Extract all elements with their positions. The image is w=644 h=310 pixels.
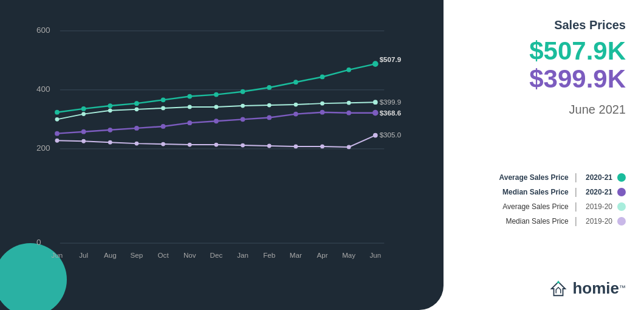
svg-marker-5 [557,280,560,283]
dot-avg2019-2 [81,112,86,116]
legend-dot-avg2021 [617,173,626,182]
legend-sep-3: | [575,201,577,212]
dot-avg2021-3 [108,103,112,108]
dot-med2019-1 [55,139,60,143]
legend-label-avg2019: Average Sales Price [502,202,569,211]
x-label-jul: Jul [79,251,88,259]
price-main-1: $507.9K [529,37,626,65]
sales-prices-title: Sales Prices [554,18,626,32]
dot-med2021-4 [134,126,139,131]
homie-house-icon [549,280,567,298]
dot-avg2021-5 [161,97,166,102]
x-label-may: May [342,251,355,259]
dot-med2021-9 [267,115,272,120]
legend-dot-avg2019 [617,202,626,211]
x-label-nov: Nov [183,251,196,259]
legend-dot-med2019 [617,217,626,226]
dot-avg2021-10 [293,80,298,84]
x-label-mar: Mar [290,251,302,259]
dot-med2019-7 [214,143,219,147]
legend-dot-med2021 [617,188,626,196]
chart-section: 600 400 200 0 Jun Jul Aug Sep Oct Nov De… [0,0,444,310]
legend-sep-1: | [575,172,577,183]
dot-med2019-10 [293,145,298,149]
y-label-200: 200 [36,143,50,153]
dot-avg2021-6 [187,94,192,99]
y-label-600: 600 [36,26,50,35]
legend-label-med2021: Median Sales Price [502,188,569,196]
right-panel: Sales Prices $507.9K $399.9K June 2021 A… [444,0,644,310]
end-label-avg2019: $399.9 [380,98,402,106]
legend-item-med2021: Median Sales Price | 2020-21 [462,187,626,198]
legend-year-avg2019: 2019-20 [586,202,612,211]
x-label-aug: Aug [104,251,117,259]
dot-med2021-12 [346,111,351,115]
dot-med2019-3 [108,140,112,145]
dot-avg2019-11 [320,102,324,106]
legend-item-avg2019: Average Sales Price | 2019-20 [462,201,626,212]
dot-med2019-2 [81,139,86,143]
legend-sep-4: | [575,216,577,227]
dot-med2019-6 [188,143,192,147]
dot-avg2021-2 [81,106,86,111]
y-label-0: 0 [36,238,41,247]
dot-med2019-9 [267,144,272,148]
dot-avg2021-11 [320,75,325,80]
dot-med2021-13 [372,110,379,116]
legend-year-avg2021: 2020-21 [586,173,612,182]
legend-label-med2019: Median Sales Price [505,217,568,226]
end-label-avg2021: $507.9 [380,55,402,63]
dot-avg2019-9 [267,103,272,108]
dot-med2019-11 [320,145,324,149]
homie-text-label: homie™ [572,279,626,298]
dot-avg2019-3 [108,108,112,112]
dot-med2021-1 [55,131,60,136]
dot-avg2019-7 [214,105,219,109]
dot-avg2019-5 [161,106,165,111]
chart-area: 600 400 200 0 Jun Jul Aug Sep Oct Nov De… [36,12,431,280]
legend-sep-2: | [575,187,577,198]
dot-avg2021-9 [267,85,272,90]
legend-year-med2021: 2020-21 [586,188,612,196]
chart-svg: 600 400 200 0 Jun Jul Aug Sep Oct Nov De… [36,12,431,280]
dot-avg2019-12 [347,101,351,105]
dot-med2019-5 [161,142,165,146]
x-label-sep: Sep [131,251,143,259]
price-main-2: $399.9K [529,65,626,93]
dot-avg2019-8 [241,104,245,108]
x-label-jun2: Jun [369,251,381,259]
x-label-jun1: Jun [52,251,63,259]
y-label-400: 400 [36,84,50,94]
legend: Average Sales Price | 2020-21 Median Sal… [462,172,626,227]
homie-logo: homie™ [549,279,626,298]
right-top: Sales Prices $507.9K $399.9K June 2021 [462,18,626,129]
dot-avg2021-13 [372,61,379,67]
svg-marker-4 [552,281,566,295]
dot-med2019-8 [241,143,245,148]
dot-avg2021-8 [241,89,245,94]
x-label-feb: Feb [263,251,275,259]
dot-avg2019-1 [55,117,60,122]
date-label: June 2021 [569,103,626,117]
dot-avg2019-13 [373,100,378,105]
legend-item-med2019: Median Sales Price | 2019-20 [462,216,626,227]
line-avg2019 [57,102,375,119]
dot-med2021-2 [81,129,86,134]
legend-label-avg2021: Average Sales Price [499,173,568,182]
dot-avg2021-1 [55,110,60,115]
dot-med2021-8 [241,117,245,122]
dot-avg2019-6 [188,105,192,109]
end-label-med2019: $305.0 [380,131,402,139]
legend-year-med2019: 2019-20 [586,217,612,226]
legend-item-avg2021: Average Sales Price | 2020-21 [462,172,626,183]
dot-med2021-10 [293,112,298,117]
dot-med2019-4 [135,142,139,146]
x-label-dec: Dec [210,251,223,259]
dot-avg2019-4 [135,107,139,111]
dot-med2019-13 [373,133,378,138]
dot-avg2021-12 [346,67,351,72]
dot-med2019-12 [347,145,351,150]
dot-med2021-3 [108,128,112,133]
dot-med2021-6 [187,120,192,125]
x-label-apr: Apr [317,251,327,259]
